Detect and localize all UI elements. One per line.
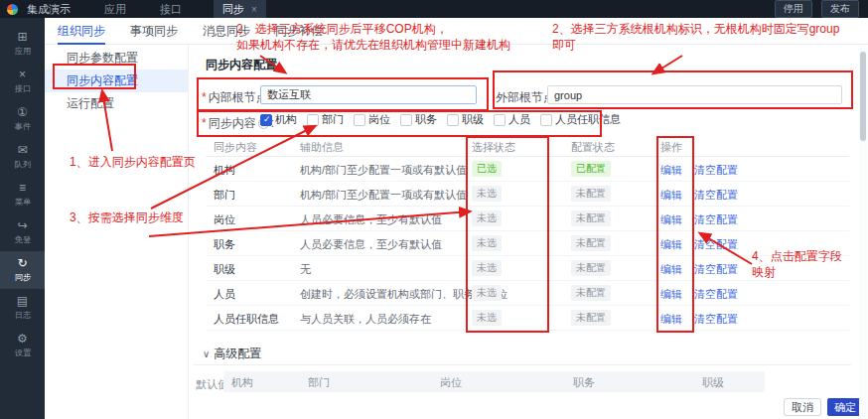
disable-button[interactable]: 停用: [775, 0, 812, 18]
tab-item-sync[interactable]: 事项同步: [130, 18, 178, 45]
checkbox-rank[interactable]: 职级: [447, 112, 484, 127]
edit-link[interactable]: 编辑: [660, 212, 682, 227]
checkbox-person[interactable]: 人员: [494, 112, 530, 127]
status-badge: 未配置: [571, 285, 611, 301]
divider: [194, 364, 851, 365]
checkbox-org[interactable]: 机构: [260, 112, 297, 127]
publish-button[interactable]: 发布: [821, 0, 859, 18]
checkbox-icon: [540, 114, 552, 126]
edit-link[interactable]: 编辑: [660, 312, 682, 327]
app-logo-icon: [7, 4, 18, 15]
sidebar-item-settings[interactable]: ⚙ 设置: [0, 327, 45, 364]
sso-icon: ↪: [17, 219, 27, 232]
top-menu-api[interactable]: 接口: [160, 2, 182, 17]
clear-config-link[interactable]: 清空配置: [694, 163, 738, 178]
status-badge: 已选: [472, 161, 502, 177]
checkbox-icon: [354, 114, 365, 126]
icon-sidebar: ⊞ 应用 × 接口 ① 事件 ✉ 队列 ≡ 菜单 ↪ 免登 ↻ 同步 ▤ 日志 …: [0, 18, 45, 419]
apps-icon: ⊞: [17, 31, 27, 44]
sidebar-item-sync[interactable]: ↻ 同步: [0, 251, 45, 289]
gear-icon: ⚙: [17, 333, 28, 346]
annotation-step2-internal: 2、选择三方系统同步后平移COP机构， 如果机构不存在，请优先在组织机构管理中新…: [236, 21, 510, 53]
nav-run-config[interactable]: 运行配置: [45, 92, 188, 115]
status-badge: 未选: [472, 186, 502, 202]
product-name: 集成演示: [27, 2, 71, 17]
sidebar-item-queue[interactable]: ✉ 队列: [0, 138, 45, 176]
sync-dimension-checkboxes: 机构 部门 岗位 职务 职级 人员 人员任职信息: [260, 112, 626, 127]
table-row: 人员 创建时，必须设置机构或部门、职务、岗位 未选 未配置 编辑 清空配置: [206, 281, 849, 306]
checkbox-icon: [400, 114, 412, 126]
checkbox-post[interactable]: 岗位: [354, 112, 390, 127]
event-icon: ①: [17, 106, 28, 119]
close-icon[interactable]: ×: [251, 4, 257, 15]
table-row: 部门 机构/部门至少配置一项或有默认值 未选 未配置 编辑 清空配置: [206, 182, 849, 207]
checkbox-dept[interactable]: 部门: [307, 112, 344, 127]
edit-link[interactable]: 编辑: [660, 188, 682, 203]
checkbox-duty[interactable]: 职务: [400, 112, 437, 127]
sidebar-item-api[interactable]: × 接口: [0, 63, 45, 100]
checkbox-employment[interactable]: 人员任职信息: [540, 112, 621, 127]
top-menu-apps[interactable]: 应用: [104, 2, 126, 17]
queue-icon: ✉: [17, 144, 27, 157]
status-badge: 未配置: [571, 310, 611, 326]
top-bar: 集成演示 应用 接口 同步 × 停用 发布: [0, 0, 868, 18]
sync-content-table: 同步内容 辅助信息 选择状态 配置状态 操作 机构 机构/部门至少配置一项或有默…: [206, 136, 849, 331]
tab-org-sync[interactable]: 组织同步: [58, 18, 105, 45]
scrollbar-thumb[interactable]: [860, 52, 866, 141]
status-badge: 未配置: [571, 210, 611, 226]
annotation-step2-external: 2、选择三方系统根机构标识，无根机构时固定写group 即可: [552, 21, 839, 53]
sidebar-item-logs[interactable]: ▤ 日志: [0, 289, 45, 327]
clear-config-link[interactable]: 清空配置: [694, 312, 738, 327]
status-badge: 未选: [472, 235, 502, 251]
status-badge: 未配置: [571, 235, 611, 251]
sidebar-item-sso[interactable]: ↪ 免登: [0, 213, 45, 251]
open-tab-sync[interactable]: 同步 ×: [214, 0, 266, 18]
nav-sync-params[interactable]: 同步参数配置: [45, 47, 188, 70]
nav-sync-content[interactable]: 同步内容配置: [45, 70, 188, 92]
edit-link[interactable]: 编辑: [660, 237, 682, 252]
table-header: 同步内容 辅助信息 选择状态 配置状态 操作: [206, 136, 849, 157]
app-window: 集成演示 应用 接口 同步 × 停用 发布 ⊞ 应用 × 接口 ① 事件 ✉ 队…: [0, 0, 868, 419]
annotation-step4: 4、点击配置字段 映射: [752, 248, 842, 280]
arrow-to-external-input: [653, 56, 682, 73]
clear-config-link[interactable]: 清空配置: [694, 188, 738, 203]
table-row: 机构 机构/部门至少配置一项或有默认值 已选 已配置 编辑 清空配置: [206, 157, 849, 182]
clear-config-link[interactable]: 清空配置: [694, 262, 738, 277]
checkbox-icon: [260, 114, 272, 126]
chevron-down-icon: ∨: [203, 349, 210, 359]
edit-link[interactable]: 编辑: [660, 262, 682, 277]
status-badge: 未配置: [571, 260, 611, 276]
clear-config-link[interactable]: 清空配置: [694, 212, 738, 227]
status-badge: 未配置: [571, 186, 611, 202]
api-icon: ×: [19, 69, 26, 81]
external-root-input[interactable]: [547, 85, 842, 104]
clear-config-link[interactable]: 清空配置: [694, 237, 738, 252]
sidebar-item-apps[interactable]: ⊞ 应用: [0, 25, 45, 63]
sync-icon: ↻: [17, 257, 27, 270]
clear-config-link[interactable]: 清空配置: [694, 287, 738, 302]
sidebar-item-events[interactable]: ① 事件: [0, 100, 45, 138]
config-nav: 同步参数配置 同步内容配置 运行配置: [45, 45, 189, 419]
sidebar-item-menu[interactable]: ≡ 菜单: [0, 176, 45, 213]
cancel-button[interactable]: 取消: [784, 398, 821, 416]
menu-icon: ≡: [19, 182, 26, 195]
default-value-header: 机构 部门 岗位 职务 职级: [223, 371, 765, 392]
status-badge: 未选: [472, 210, 502, 226]
table-row: 人员任职信息 与人员关联，人员必须存在 未选 未配置 编辑 清空配置: [206, 306, 849, 331]
edit-link[interactable]: 编辑: [660, 163, 682, 178]
open-tab-label: 同步: [222, 2, 244, 17]
checkbox-icon: [447, 114, 459, 126]
advanced-config-toggle[interactable]: ∨高级配置: [203, 346, 261, 362]
status-badge: 已配置: [571, 161, 611, 177]
page-title: 同步内容配置: [206, 57, 277, 73]
status-badge: 未选: [472, 285, 502, 301]
checkbox-icon: [494, 114, 506, 126]
status-badge: 未选: [472, 260, 502, 276]
log-icon: ▤: [17, 295, 28, 308]
confirm-button[interactable]: 确定: [827, 398, 863, 416]
annotation-step1: 1、进入同步内容配置页: [70, 154, 196, 170]
edit-link[interactable]: 编辑: [660, 287, 682, 302]
table-row: 岗位 人员必要信息，至少有默认值 未选 未配置 编辑 清空配置: [206, 207, 849, 231]
annotation-step3: 3、按需选择同步维度: [70, 210, 184, 225]
internal-root-input[interactable]: [260, 85, 477, 104]
